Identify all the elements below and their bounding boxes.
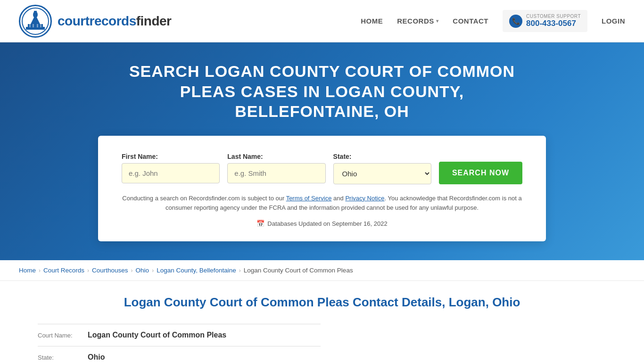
logo-text: courtrecordsfinder [58, 14, 172, 29]
svg-rect-6 [33, 24, 34, 27]
first-name-input[interactable] [122, 163, 220, 183]
logo-area: courtrecordsfinder [19, 5, 172, 38]
breadcrumb-court-records[interactable]: Court Records [43, 267, 84, 274]
logo-icon [19, 5, 52, 38]
nav-records[interactable]: RECORDS ▾ [397, 17, 438, 25]
support-label: CUSTOMER SUPPORT [526, 14, 581, 19]
state-group: State: Ohio Alabama Alaska California [333, 153, 431, 184]
privacy-link[interactable]: Privacy Notice [345, 195, 384, 202]
breadcrumb-sep-1: › [39, 267, 41, 274]
section-title: Logan County Court of Common Pleas Conta… [38, 295, 606, 310]
last-name-input[interactable] [227, 163, 325, 183]
detail-key-state: State: [38, 354, 85, 361]
svg-rect-8 [40, 24, 41, 27]
detail-key-court-name: Court Name: [38, 332, 85, 339]
main-content: Logan County Court of Common Pleas Conta… [0, 281, 644, 362]
last-name-group: Last Name: [227, 153, 325, 184]
detail-row-court-name: Court Name: Logan County Court of Common… [38, 324, 321, 346]
support-box: 📞 CUSTOMER SUPPORT 800-433-0567 [503, 10, 587, 32]
terms-link[interactable]: Terms of Service [286, 195, 332, 202]
breadcrumb: Home › Court Records › Courthouses › Ohi… [0, 260, 644, 281]
last-name-label: Last Name: [227, 153, 325, 160]
chevron-down-icon: ▾ [436, 18, 439, 24]
svg-rect-5 [29, 24, 31, 27]
breadcrumb-ohio[interactable]: Ohio [136, 267, 149, 274]
breadcrumb-home[interactable]: Home [19, 267, 36, 274]
support-phone[interactable]: 800-433-0567 [526, 19, 581, 28]
disclaimer-text: Conducting a search on Recordsfinder.com… [122, 194, 522, 214]
nav-contact[interactable]: CONTACT [453, 17, 488, 25]
detail-value-court-name: Logan County Court of Common Pleas [88, 331, 226, 339]
breadcrumb-current: Logan County Court of Common Pleas [244, 267, 353, 274]
first-name-group: First Name: [122, 153, 220, 184]
calendar-icon: 📅 [256, 220, 264, 227]
detail-value-state: Ohio [88, 353, 105, 362]
search-button[interactable]: SEARCH NOW [439, 162, 522, 184]
state-select[interactable]: Ohio Alabama Alaska California [333, 163, 431, 184]
db-updated: 📅 Databases Updated on September 16, 202… [122, 220, 522, 227]
site-header: courtrecordsfinder HOME RECORDS ▾ CONTAC… [0, 0, 644, 42]
svg-rect-4 [34, 11, 37, 16]
main-nav: HOME RECORDS ▾ CONTACT 📞 CUSTOMER SUPPOR… [361, 10, 625, 32]
breadcrumb-sep-2: › [87, 267, 89, 274]
breadcrumb-logan-county[interactable]: Logan County, Bellefontaine [157, 267, 236, 274]
hero-title: SEARCH LOGAN COUNTY COURT OF COMMON PLEA… [110, 61, 534, 122]
breadcrumb-courthouses[interactable]: Courthouses [92, 267, 128, 274]
state-label: State: [333, 153, 431, 160]
nav-login[interactable]: LOGIN [602, 17, 625, 25]
breadcrumb-sep-3: › [131, 267, 133, 274]
hero-section: SEARCH LOGAN COUNTY COURT OF COMMON PLEA… [0, 42, 644, 260]
logo-finder-text: finder [136, 14, 172, 28]
phone-icon: 📞 [509, 15, 522, 28]
nav-home[interactable]: HOME [361, 17, 383, 25]
search-fields: First Name: Last Name: State: Ohio Alaba… [122, 153, 522, 184]
detail-row-state: State: Ohio [38, 346, 321, 362]
support-text: CUSTOMER SUPPORT 800-433-0567 [526, 14, 581, 28]
breadcrumb-sep-4: › [152, 267, 154, 274]
search-card: First Name: Last Name: State: Ohio Alaba… [98, 136, 546, 242]
breadcrumb-sep-5: › [239, 267, 241, 274]
svg-rect-7 [37, 24, 38, 27]
logo-court-text: courtrecords [58, 14, 136, 28]
detail-table: Court Name: Logan County Court of Common… [38, 324, 321, 362]
first-name-label: First Name: [122, 153, 220, 160]
